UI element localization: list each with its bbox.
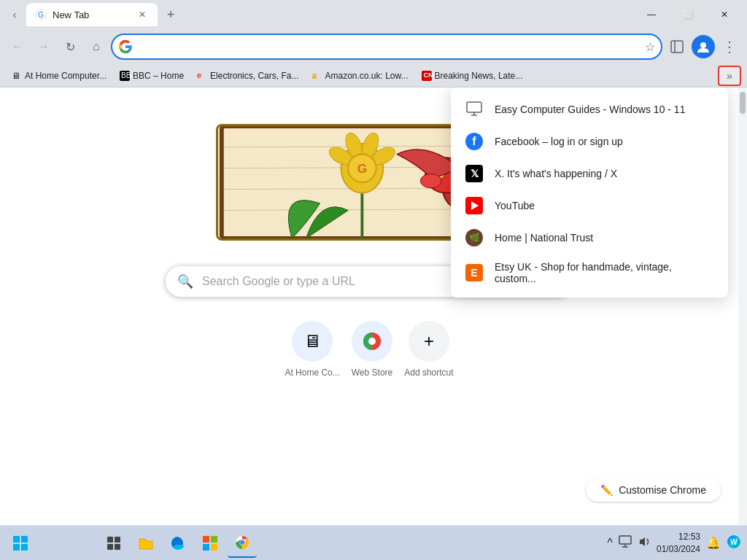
svg-rect-52 <box>211 536 217 542</box>
bookmark-star-icon[interactable]: ☆ <box>645 40 655 54</box>
menu-item-national-trust[interactable]: 🌿 Home | National Trust <box>451 222 728 254</box>
bookmark-favicon-cnn: CNN <box>422 71 432 81</box>
bookmark-favicon-bbc: BBC <box>120 71 130 81</box>
window-controls: — ⬜ ✕ <box>635 3 741 26</box>
menu-item-text-facebook: Facebook – log in or sign up <box>495 136 713 147</box>
minimize-btn[interactable]: — <box>635 3 668 26</box>
svg-text:G: G <box>357 161 367 176</box>
customise-chrome-btn[interactable]: ✏️ Customise Chrome <box>586 478 721 502</box>
chrome-menu-btn[interactable]: ⋮ <box>718 35 741 58</box>
monitor-icon <box>465 101 483 118</box>
address-input[interactable] <box>111 34 662 60</box>
shortcut-webstore[interactable]: Web Store <box>352 321 392 378</box>
menu-item-text-twitter: X. It's what's happening / X <box>495 168 713 179</box>
svg-rect-43 <box>13 536 20 542</box>
taskbar-store-btn[interactable] <box>196 529 225 558</box>
start-btn[interactable] <box>6 529 35 558</box>
svg-rect-47 <box>107 537 113 542</box>
svg-rect-59 <box>619 536 631 544</box>
home-btn[interactable]: ⌂ <box>85 35 108 58</box>
menu-item-twitter[interactable]: 𝕏 X. It's what's happening / X <box>451 158 728 190</box>
menu-item-easy-computer[interactable]: Easy Computer Guides - Windows 10 - 11 <box>451 93 728 125</box>
bookmark-item-ebay[interactable]: e Electronics, Cars, Fa... <box>191 67 304 85</box>
bookmark-item-amazon[interactable]: a Amazon.co.uk: Low... <box>306 67 414 85</box>
taskbar-file-explorer-btn[interactable] <box>131 529 160 558</box>
tab-favicon: G <box>35 9 47 20</box>
new-tab-page: G <box>0 88 738 525</box>
menu-item-text-easy-computer: Easy Computer Guides - Windows 10 - 11 <box>495 104 713 115</box>
svg-text:W: W <box>730 538 738 546</box>
pencil-icon: ✏️ <box>600 484 613 496</box>
svg-rect-44 <box>21 536 28 542</box>
tray-notification-icon[interactable]: 🔔 <box>706 536 721 550</box>
svg-rect-50 <box>115 544 120 550</box>
menu-item-facebook[interactable]: f Facebook – log in or sign up <box>451 125 728 158</box>
tray-chevron-icon[interactable]: ^ <box>607 537 613 550</box>
title-bar: ‹ G New Tab ✕ + — ⬜ ✕ <box>0 0 747 29</box>
browser-frame: ‹ G New Tab ✕ + — ⬜ ✕ ← → ↻ ⌂ <box>0 0 747 560</box>
reload-btn[interactable]: ↻ <box>58 35 82 58</box>
menu-item-youtube[interactable]: YouTube <box>451 190 728 222</box>
menu-item-etsy[interactable]: E Etsy UK - Shop for handmade, vintage, … <box>451 254 728 292</box>
bookmark-label-cnn: Breaking News, Late... <box>435 71 523 81</box>
back-btn[interactable]: ← <box>6 35 29 58</box>
bookmark-item-cnn[interactable]: CNN Breaking News, Late... <box>416 67 529 85</box>
forward-btn[interactable]: → <box>32 35 55 58</box>
taskbar-edge-btn[interactable] <box>163 529 193 558</box>
bookmark-favicon-amazon: a <box>311 71 322 81</box>
customise-chrome-label: Customise Chrome <box>619 484 706 496</box>
bookmark-favicon-athome: 🖥 <box>12 71 22 81</box>
address-bar-wrap: ☆ <box>111 34 662 60</box>
tray-monitor-icon[interactable] <box>619 535 632 551</box>
bookmark-label-athome: At Home Computer... <box>25 71 107 81</box>
scrollbar-thumb[interactable] <box>740 92 746 114</box>
svg-rect-54 <box>211 544 217 551</box>
google-logo-icon <box>118 39 133 54</box>
tab-bar: ‹ G New Tab ✕ + <box>6 0 629 29</box>
shortcut-circle-webstore <box>352 321 392 362</box>
close-btn[interactable]: ✕ <box>708 3 741 26</box>
bookmark-label-bbc: BBC – Home <box>133 71 184 81</box>
svg-rect-49 <box>107 544 113 550</box>
svg-point-39 <box>368 338 376 345</box>
shortcut-label-add: Add shortcut <box>404 368 453 378</box>
svg-rect-45 <box>13 544 20 551</box>
svg-rect-53 <box>203 544 209 551</box>
shortcut-circle-add: + <box>409 321 449 362</box>
tray-windows-defender-icon[interactable]: W <box>727 534 741 552</box>
svg-rect-51 <box>203 536 209 542</box>
bookmark-item-athome[interactable]: 🖥 At Home Computer... <box>6 67 112 85</box>
tray-volume-icon[interactable] <box>638 535 651 551</box>
bookmarks-overflow-dropdown: Easy Computer Guides - Windows 10 - 11 f… <box>451 88 728 298</box>
taskbar-center <box>35 529 321 558</box>
tab-close-btn[interactable]: ✕ <box>136 8 149 21</box>
bookmark-item-bbc[interactable]: BBC BBC – Home <box>114 67 190 85</box>
toolbar-right: ⋮ <box>665 35 741 58</box>
active-tab[interactable]: G New Tab ✕ <box>26 3 158 26</box>
toolbar: ← → ↻ ⌂ ☆ ⋮ <box>0 29 747 64</box>
svg-point-58 <box>240 540 244 545</box>
bookmarks-bar: 🖥 At Home Computer... BBC BBC – Home e E… <box>0 64 747 88</box>
tab-back-btn[interactable]: ‹ <box>6 6 23 23</box>
profile-btn[interactable] <box>692 35 715 58</box>
shortcut-add[interactable]: + Add shortcut <box>404 321 453 378</box>
sidebar-btn[interactable] <box>665 35 689 58</box>
taskbar-chrome-btn[interactable] <box>228 529 257 558</box>
x-twitter-icon: 𝕏 <box>465 165 483 182</box>
menu-item-text-etsy: Etsy UK - Shop for handmade, vintage, cu… <box>495 261 713 284</box>
shortcut-label-athome: At Home Co... <box>285 368 339 378</box>
menu-item-text-national-trust: Home | National Trust <box>495 232 713 244</box>
clock-date: 01/03/2024 <box>657 543 700 556</box>
new-tab-btn[interactable]: + <box>160 4 181 25</box>
extensions-overflow-btn[interactable]: » <box>718 66 741 86</box>
svg-rect-40 <box>467 102 481 112</box>
bookmark-label-amazon: Amazon.co.uk: Low... <box>325 71 408 81</box>
taskbar-taskview-btn[interactable] <box>99 529 128 558</box>
system-clock[interactable]: 12:53 01/03/2024 <box>657 531 700 556</box>
youtube-icon <box>465 197 483 214</box>
maximize-btn[interactable]: ⬜ <box>671 3 705 26</box>
shortcut-athome[interactable]: 🖥 At Home Co... <box>285 321 339 378</box>
taskbar: ^ 12:53 01/03/2024 🔔 W <box>0 525 747 560</box>
page-scrollbar[interactable] <box>738 88 747 525</box>
svg-rect-48 <box>115 537 120 542</box>
